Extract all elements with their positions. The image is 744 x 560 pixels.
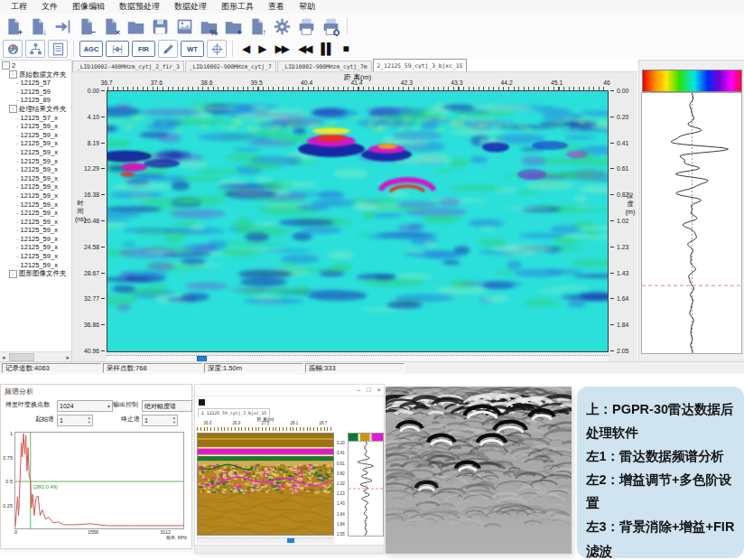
print-icon[interactable] xyxy=(295,15,317,37)
delete-file-icon[interactable]: × xyxy=(100,15,122,37)
tree-item[interactable]: 12125_59_x xyxy=(0,191,71,201)
minimize-icon[interactable]: – xyxy=(357,386,360,394)
maximize-icon[interactable]: □ xyxy=(367,386,371,394)
fft-points-select[interactable]: 1024 ▾ xyxy=(57,400,113,412)
tree-folder[interactable]: -图形图像文件夹 xyxy=(0,269,71,278)
agc-gain-button[interactable]: AGC xyxy=(79,41,103,57)
spinner-arrows-icon[interactable]: ▴▾ xyxy=(173,416,175,425)
document-tab[interactable]: _LID10002-400MHzm_cytj_2_fir_3 xyxy=(72,61,184,71)
new-project-icon[interactable]: + xyxy=(3,15,24,37)
menu-item[interactable]: 数据预处理 xyxy=(112,0,167,14)
rewind-icon[interactable]: ◀◀ xyxy=(298,42,311,55)
tree-item[interactable]: 12125_59_x xyxy=(0,226,71,235)
wiggle-display-icon[interactable] xyxy=(25,40,45,58)
output-mode-select[interactable]: 绝对幅度谱 xyxy=(142,400,192,412)
document-tab[interactable]: _LID10002-900MHzm_cytj_7m xyxy=(277,61,372,71)
tree-item[interactable]: 12125_59_x xyxy=(0,182,71,191)
gain-depth-tick: 2.05 xyxy=(337,532,345,537)
play-back-icon[interactable]: ◀ xyxy=(242,42,248,55)
menu-item[interactable]: 帮助 xyxy=(292,0,322,14)
gain-scroll-handle[interactable] xyxy=(287,538,294,543)
gain-radargram-canvas[interactable] xyxy=(197,433,334,536)
caption-line: 左1：雷达数据频谱分析 xyxy=(586,444,737,468)
tree-item[interactable]: 12125_59_x xyxy=(0,209,71,218)
scroll-right-icon[interactable]: ▸ xyxy=(64,354,71,361)
menu-item[interactable]: 图形工具 xyxy=(214,0,261,14)
edit-icon[interactable] xyxy=(158,40,178,58)
add-folder-icon[interactable]: + xyxy=(222,15,244,37)
paste-file-icon[interactable]: ↓ xyxy=(27,15,49,37)
tree-folder[interactable]: -原始数据文件夹 xyxy=(0,70,71,79)
expander-icon[interactable]: - xyxy=(9,270,17,278)
folder-percent-icon[interactable]: % xyxy=(198,15,219,37)
tree-item[interactable]: 12125_59_x xyxy=(0,201,71,210)
end-trace-label: 终止道 xyxy=(121,415,140,424)
menu-item[interactable]: 数据处理 xyxy=(167,0,214,14)
tree-item[interactable]: 12125_59_x xyxy=(0,131,71,140)
expander-icon[interactable]: - xyxy=(9,70,17,79)
wavelet-button[interactable]: WT xyxy=(181,41,204,57)
menu-item[interactable]: 查看 xyxy=(261,0,292,14)
x-tick-label: 39.5 xyxy=(251,79,263,86)
toolbar-separator xyxy=(347,18,348,34)
tree-item[interactable]: 12125_59_x xyxy=(0,148,71,157)
tree-item[interactable]: 12125_57 xyxy=(0,79,71,88)
tree-item[interactable]: 12125_59_x xyxy=(0,235,71,244)
spectrum-canvas[interactable] xyxy=(14,432,184,529)
time-tick-label: 32.77 xyxy=(84,295,99,302)
import-data-icon[interactable] xyxy=(51,15,73,37)
menu-item[interactable]: 图像编辑 xyxy=(65,0,112,14)
tree-item[interactable]: 12125_59_x xyxy=(0,174,71,183)
expander-icon[interactable]: - xyxy=(9,105,17,113)
gain-curve-button[interactable]: ├θ┤ xyxy=(106,41,129,57)
stop-playback-icon[interactable]: ■ xyxy=(342,42,347,55)
end-trace-input[interactable]: 1 ▴▾ xyxy=(142,415,178,426)
fir-filter-button[interactable]: FIR xyxy=(132,41,155,57)
stop-icon[interactable] xyxy=(199,399,205,406)
tree-item-label: 12125_59_x xyxy=(16,139,58,148)
tick-mark xyxy=(101,90,105,91)
save-icon[interactable] xyxy=(149,15,171,37)
tree-item[interactable]: 12125_59_x xyxy=(0,139,71,148)
tree-item[interactable]: 12125_59_x xyxy=(0,122,71,131)
svg-text:+: + xyxy=(237,27,242,36)
pause-icon[interactable]: ▌▌ xyxy=(321,42,332,55)
settings-icon[interactable] xyxy=(271,15,293,37)
tree-item[interactable]: 12125_59_x xyxy=(0,261,71,270)
tree-folder[interactable]: -处理结果文件夹 xyxy=(0,105,71,114)
data-list-icon[interactable] xyxy=(48,40,68,58)
tree-item[interactable]: 12125_59_x xyxy=(0,165,71,174)
tree-item[interactable]: 12125_59_x xyxy=(0,218,71,227)
menu-item[interactable]: 工程 xyxy=(4,0,34,14)
svg-text:−: − xyxy=(90,27,96,36)
close-icon[interactable]: × xyxy=(377,386,381,394)
spinner-arrows-icon[interactable]: ▴▾ xyxy=(88,416,90,425)
document-tab[interactable]: _LID10002-900MHzm_cytj_7 xyxy=(185,61,276,71)
tree-folder[interactable]: -2 xyxy=(0,61,71,70)
expander-icon[interactable]: - xyxy=(2,61,10,70)
document-tab[interactable]: 2_12125_59_cytj_3_bjxc_15 xyxy=(373,59,468,71)
play-forward-icon[interactable]: ▶ xyxy=(258,42,265,55)
fast-forward-icon[interactable]: ▶▶ xyxy=(274,42,287,55)
gain-scrollbar[interactable] xyxy=(197,537,334,544)
tree-item[interactable]: 12125_59_x xyxy=(0,252,71,261)
scroll-left-icon[interactable]: ◂ xyxy=(0,354,7,361)
gain-ruler-tick: 28.7 xyxy=(320,421,328,425)
start-trace-input[interactable]: 1 ▴▾ xyxy=(57,415,93,426)
tree-item[interactable]: 12125_59 xyxy=(0,88,71,97)
tree-item[interactable]: 12125_59_x xyxy=(0,157,71,166)
open-folder-icon[interactable] xyxy=(125,15,146,37)
tree-item[interactable]: 12125_57_x xyxy=(0,114,71,123)
save-image-icon[interactable] xyxy=(173,15,195,37)
time-tick-label: 28.67 xyxy=(84,269,99,275)
remove-file-icon[interactable]: − xyxy=(76,15,98,37)
tree-item[interactable]: 12125_89 xyxy=(0,96,71,105)
crosshair-icon[interactable] xyxy=(207,40,227,58)
palette-icon[interactable] xyxy=(3,40,23,58)
export-file-icon[interactable]: ↑ xyxy=(246,15,268,37)
radargram-canvas[interactable] xyxy=(107,90,609,352)
tree-item[interactable]: 12125_59_x xyxy=(0,243,71,252)
menu-item[interactable]: 文件 xyxy=(34,0,65,14)
print-preview-icon[interactable]: Q xyxy=(320,15,341,37)
scrollbar-thumb[interactable] xyxy=(9,353,34,361)
